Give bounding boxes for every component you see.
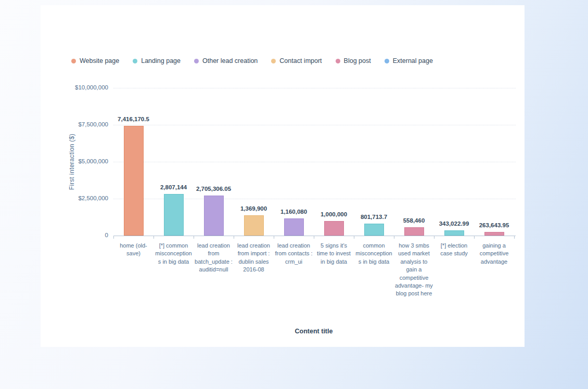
bar-website-page[interactable] (124, 126, 144, 236)
bar-other-lead-creation[interactable] (204, 196, 224, 236)
x-category-label: lead creation from import : dublin sales… (234, 242, 274, 274)
bar-landing-page[interactable] (364, 224, 384, 236)
bar-blog-post[interactable] (404, 227, 424, 236)
legend-item-landing-page[interactable]: Landing page (133, 57, 181, 64)
bar-value-label: 263,643.95 (468, 222, 520, 228)
legend-label: Blog post (344, 57, 371, 64)
gridline (113, 125, 516, 125)
legend-label: Landing page (141, 57, 181, 64)
other-lead-creation-legend-dot-icon (194, 59, 199, 63)
legend-label: Contact import (279, 57, 322, 64)
legend-label: Website page (80, 57, 119, 64)
legend-item-blog-post[interactable]: Blog post (336, 57, 371, 64)
bar-value-label: 7,416,170.5 (107, 116, 160, 122)
y-tick-label: $7,500,000 (41, 121, 108, 127)
x-axis-tick (314, 236, 314, 239)
legend-item-website-page[interactable]: Website page (71, 57, 119, 64)
x-axis-tick (354, 236, 354, 239)
bar-contact-import[interactable] (244, 215, 264, 236)
page-background: Website pageLanding pageOther lead creat… (0, 0, 588, 389)
landing-page-legend-dot-icon (133, 59, 137, 63)
x-category-label: how 3 smbs used market analysis to gain … (394, 242, 434, 298)
legend-item-contact-import[interactable]: Contact import (271, 57, 322, 64)
x-category-label: home (old-save) (113, 242, 154, 258)
legend-label: External page (393, 57, 433, 64)
x-category-label: common misconceptions in big data (354, 242, 394, 266)
x-axis-line (113, 236, 516, 236)
blog-post-legend-dot-icon (336, 59, 340, 63)
x-category-label: lead creation from contacts : crm_ui (274, 242, 314, 266)
x-category-label: 5 signs it's time to invest in big data (314, 242, 354, 266)
x-category-label: [*] election case study (434, 242, 474, 258)
x-axis-tick (113, 236, 114, 239)
y-tick-label: $5,000,000 (41, 158, 108, 164)
bar-landing-page[interactable] (164, 194, 184, 236)
x-axis-tick (194, 236, 194, 239)
chart-legend: Website pageLanding pageOther lead creat… (71, 57, 433, 64)
gridline (113, 162, 516, 162)
y-tick-label: $2,500,000 (41, 195, 108, 201)
bar-blog-post[interactable] (484, 232, 504, 236)
gridline (113, 88, 516, 88)
y-tick-label: $10,000,000 (41, 84, 108, 90)
external-page-legend-dot-icon (385, 59, 389, 63)
bar-value-label: 2,705,306.05 (187, 186, 240, 192)
bar-blog-post[interactable] (324, 221, 344, 236)
legend-label: Other lead creation (202, 57, 258, 64)
x-axis-tick (514, 236, 515, 239)
x-category-label: gaining a competitive advantage (474, 242, 514, 266)
x-axis-tick (154, 236, 154, 239)
website-page-legend-dot-icon (71, 59, 76, 63)
x-axis-title: Content title (113, 328, 514, 335)
x-axis-tick (234, 236, 234, 239)
x-category-label: [*] common misconceptions in big data (154, 242, 194, 266)
y-tick-label: 0 (41, 232, 108, 238)
x-axis-tick (474, 236, 475, 239)
x-axis-tick (434, 236, 434, 239)
bar-other-lead-creation[interactable] (284, 218, 304, 236)
x-axis-tick (394, 236, 394, 239)
legend-item-external-page[interactable]: External page (385, 57, 433, 64)
x-axis-tick (274, 236, 274, 239)
x-category-label: lead creation from batch_update : auditi… (194, 242, 234, 274)
chart-card: Website pageLanding pageOther lead creat… (41, 5, 525, 347)
legend-item-other-lead-creation[interactable]: Other lead creation (194, 57, 258, 64)
bar-landing-page[interactable] (444, 230, 464, 236)
contact-import-legend-dot-icon (271, 59, 276, 63)
